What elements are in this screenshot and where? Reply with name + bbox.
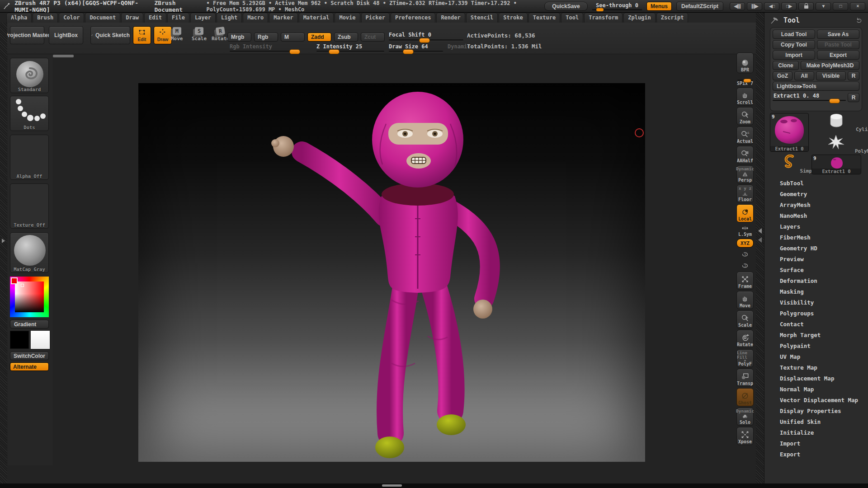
tool-section-header[interactable]: NanoMesh: [764, 211, 868, 221]
saturation-value-area[interactable]: [15, 282, 44, 312]
tool-section-header[interactable]: Visibility: [764, 297, 868, 308]
paste-tool-button[interactable]: Paste Tool: [817, 40, 859, 49]
right-shelf-button[interactable]: Y: [736, 249, 754, 259]
right-shelf-button[interactable]: Dynamic Persp: [736, 165, 754, 183]
rgb-intensity-slider[interactable]: Rgb Intensity: [230, 43, 297, 52]
color-picker[interactable]: [10, 277, 49, 317]
right-shelf-button[interactable]: Zoom: [736, 107, 754, 125]
default-zscript-button[interactable]: DefaultZScript: [676, 2, 723, 11]
tool-section-header[interactable]: Layers: [764, 221, 868, 232]
menu-item[interactable]: Transform: [584, 13, 623, 23]
texture-thumbnail[interactable]: Texture Off: [10, 183, 49, 229]
menu-item[interactable]: Macro: [243, 13, 268, 23]
bottom-scrollbar-handle[interactable]: [382, 484, 402, 487]
save-as-button[interactable]: Save As: [817, 30, 859, 39]
alternate-button[interactable]: Alternate: [10, 362, 49, 371]
tool-section-header[interactable]: Import: [764, 438, 868, 449]
menu-item[interactable]: Zscript: [656, 13, 689, 23]
menu-item[interactable]: Layer: [190, 13, 216, 23]
copy-tool-button[interactable]: Copy Tool: [773, 40, 815, 49]
window-button[interactable]: □▶: [781, 2, 797, 10]
window-button[interactable]: ∥∥▶: [747, 2, 762, 10]
see-through-slider[interactable]: See-through 0: [592, 2, 642, 10]
mode-button[interactable]: Zsub: [334, 33, 358, 42]
current-stroke-thumbnail[interactable]: Dots: [10, 96, 49, 131]
menu-item[interactable]: Render: [436, 13, 465, 23]
right-shelf-button[interactable]: Local: [736, 204, 754, 222]
menu-item[interactable]: Texture: [528, 13, 561, 23]
color-cursor[interactable]: [21, 284, 24, 287]
export-button[interactable]: Export: [817, 51, 859, 60]
menu-item[interactable]: Preferences: [391, 13, 435, 23]
restore-configuration-icon[interactable]: [855, 17, 863, 24]
current-brush-thumbnail[interactable]: Standard: [10, 58, 49, 93]
right-shelf-button[interactable]: Line Fill PolyF: [736, 349, 754, 367]
menu-item[interactable]: Zplugin: [623, 13, 656, 23]
menu-item[interactable]: Edit: [144, 13, 166, 23]
window-button[interactable]: [798, 2, 814, 10]
left-divider[interactable]: [0, 23, 7, 483]
right-shelf-button[interactable]: Transp: [736, 369, 754, 387]
tool-section-header[interactable]: Geometry HD: [764, 243, 868, 254]
focal-shift-slider[interactable]: Focal Shift 0: [389, 32, 463, 41]
menu-item[interactable]: Stroke: [499, 13, 527, 23]
make-polymesh3d-button[interactable]: Make PolyMesh3D: [801, 61, 859, 70]
tool-section-header[interactable]: Unified Skin: [764, 417, 868, 427]
material-thumbnail[interactable]: MatCap Gray: [10, 232, 49, 273]
menu-item[interactable]: Stencil: [466, 13, 498, 23]
menu-item[interactable]: Draw: [121, 13, 143, 23]
alpha-thumbnail[interactable]: Alpha Off: [10, 135, 49, 180]
tool-section-header[interactable]: Polypaint: [764, 341, 868, 352]
mode-button[interactable]: M: [281, 33, 305, 42]
mode-button[interactable]: Mrgb: [227, 33, 251, 42]
menu-item[interactable]: Marker: [269, 13, 297, 23]
right-shelf-button[interactable]: x y z Floor: [736, 185, 754, 203]
tool-section-header[interactable]: Initialize: [764, 427, 868, 438]
tool-section-header[interactable]: Texture Map: [764, 362, 868, 373]
menu-item[interactable]: Brush: [33, 13, 58, 23]
tool-item-cylinder3d[interactable]: Cylinder3D: [811, 113, 861, 133]
right-divider[interactable]: [756, 13, 764, 488]
right-shelf-button[interactable]: Scroll: [736, 88, 754, 106]
quick-sketch-button[interactable]: Quick Sketch: [90, 26, 130, 44]
menu-item[interactable]: File: [167, 13, 189, 23]
menu-item[interactable]: Document: [85, 13, 120, 23]
menu-item[interactable]: Material: [299, 13, 334, 23]
draw-size-slider[interactable]: Draw Size 64: [389, 43, 443, 52]
window-button[interactable]: □: [833, 2, 848, 10]
tool-item-polymesh3d[interactable]: PolyMesh3D: [811, 135, 861, 155]
right-shelf-button[interactable]: Scale: [736, 310, 754, 328]
projection-master-button[interactable]: Projection Master: [10, 26, 44, 44]
bottom-scrollbar[interactable]: [0, 483, 868, 488]
shelf-resize-handle[interactable]: [53, 55, 74, 57]
edit-button[interactable]: Edit: [133, 26, 151, 44]
right-shelf-button[interactable]: Rotate: [736, 330, 754, 348]
right-shelf-button[interactable]: Xpose: [736, 427, 754, 445]
quicksave-button[interactable]: QuickSave: [544, 2, 588, 11]
goz-r-button[interactable]: R: [848, 71, 859, 80]
mode-button[interactable]: Zadd: [307, 33, 331, 42]
move-button[interactable]: M Move: [171, 27, 183, 42]
tool-section-header[interactable]: ArrayMesh: [764, 200, 868, 211]
right-divider-arrow-up[interactable]: [758, 228, 762, 234]
tool-section-header[interactable]: Contact: [764, 319, 868, 330]
mode-button[interactable]: Zcut: [361, 33, 385, 42]
current-tool-thumbnail[interactable]: 9 Extract1 0: [770, 113, 809, 152]
window-button[interactable]: ◀∥∥: [730, 2, 745, 10]
tool-section-header[interactable]: Display Properties: [764, 406, 868, 417]
tool-section-header[interactable]: Vector Displacement Map: [764, 395, 868, 406]
tool-section-header[interactable]: Polygroups: [764, 308, 868, 319]
load-tool-button[interactable]: Load Tool: [773, 30, 815, 39]
right-shelf-button[interactable]: Frame: [736, 272, 754, 290]
tool-section-header[interactable]: FiberMesh: [764, 232, 868, 243]
document-canvas[interactable]: [138, 83, 645, 462]
tool-section-header[interactable]: Export: [764, 449, 868, 460]
clone-button[interactable]: Clone: [773, 61, 799, 70]
tool-section-header[interactable]: Normal Map: [764, 384, 868, 395]
extract-thickness-slider[interactable]: Extract1 0. 48: [773, 94, 846, 102]
see-through-track[interactable]: [592, 9, 642, 10]
goz-all-button[interactable]: All: [794, 71, 814, 80]
tool-section-header[interactable]: Surface: [764, 265, 868, 276]
right-shelf-button[interactable]: AAHalf: [736, 146, 754, 164]
right-shelf-button[interactable]: Move: [736, 291, 754, 309]
